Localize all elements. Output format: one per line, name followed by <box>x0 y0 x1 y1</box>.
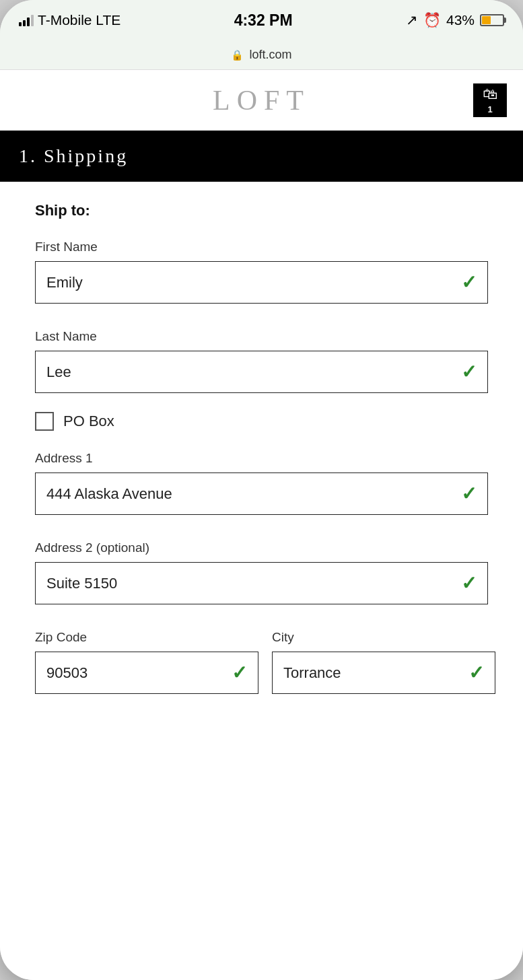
status-left: T-Mobile LTE <box>19 12 120 28</box>
app-header: LOFT 🛍 1 <box>0 70 523 131</box>
ship-to-label: Ship to: <box>35 202 488 219</box>
address1-input[interactable] <box>46 485 461 503</box>
city-check-icon: ✓ <box>468 662 484 684</box>
po-box-checkbox[interactable] <box>35 412 54 431</box>
last-name-label: Last Name <box>35 329 488 344</box>
last-name-input[interactable] <box>46 363 461 381</box>
shipping-header: 1. Shipping <box>0 131 523 182</box>
address1-check-icon: ✓ <box>461 483 477 505</box>
last-name-check-icon: ✓ <box>461 361 477 383</box>
zip-group: Zip Code ✓ <box>35 630 258 694</box>
address1-label: Address 1 <box>35 451 488 466</box>
first-name-label: First Name <box>35 240 488 254</box>
last-name-input-wrapper[interactable]: ✓ <box>35 351 488 393</box>
city-label: City <box>272 630 495 645</box>
url-bar: 🔒 loft.com <box>0 40 523 70</box>
status-bar: T-Mobile LTE 4:32 PM ↗ ⏰ 43% <box>0 0 523 40</box>
status-time: 4:32 PM <box>234 11 293 30</box>
lock-icon: 🔒 <box>231 49 244 61</box>
battery-percent: 43% <box>446 12 475 28</box>
zip-label: Zip Code <box>35 630 258 645</box>
alarm-icon: ⏰ <box>423 12 441 28</box>
cart-count: 1 <box>487 104 492 114</box>
address1-input-wrapper[interactable]: ✓ <box>35 473 488 515</box>
address2-check-icon: ✓ <box>461 572 477 594</box>
cart-icon: 🛍 <box>483 85 497 103</box>
content-area: LOFT 🛍 1 1. Shipping Ship to: First Name… <box>0 70 523 980</box>
phone-frame: T-Mobile LTE 4:32 PM ↗ ⏰ 43% 🔒 loft.com … <box>0 0 523 980</box>
first-name-group: First Name ✓ <box>35 240 488 304</box>
address2-input[interactable] <box>46 575 461 592</box>
address1-group: Address 1 ✓ <box>35 451 488 515</box>
shipping-title: 1. Shipping <box>19 145 128 166</box>
po-box-label: PO Box <box>63 413 114 430</box>
address2-group: Address 2 (optional) ✓ <box>35 540 488 604</box>
zip-input[interactable] <box>46 664 232 682</box>
first-name-check-icon: ✓ <box>461 271 477 293</box>
first-name-input[interactable] <box>46 274 461 291</box>
po-box-row: PO Box <box>35 412 488 431</box>
location-icon: ↗ <box>406 12 418 28</box>
status-right: ↗ ⏰ 43% <box>406 12 504 28</box>
url-text: loft.com <box>249 48 291 62</box>
zip-city-row: Zip Code ✓ City ✓ <box>35 630 488 713</box>
address2-label: Address 2 (optional) <box>35 540 488 555</box>
signal-bars <box>19 14 34 26</box>
battery-icon <box>480 14 504 26</box>
cart-button[interactable]: 🛍 1 <box>473 83 507 117</box>
address2-input-wrapper[interactable]: ✓ <box>35 562 488 604</box>
app-logo: LOFT <box>213 84 310 116</box>
form-area: Ship to: First Name ✓ Last Name ✓ <box>0 182 523 733</box>
city-group: City ✓ <box>272 630 495 694</box>
city-input-wrapper[interactable]: ✓ <box>272 652 495 694</box>
carrier-text: T-Mobile LTE <box>38 12 120 28</box>
first-name-input-wrapper[interactable]: ✓ <box>35 261 488 304</box>
zip-check-icon: ✓ <box>232 662 247 684</box>
battery-fill <box>482 16 491 24</box>
zip-input-wrapper[interactable]: ✓ <box>35 652 258 694</box>
last-name-group: Last Name ✓ <box>35 329 488 393</box>
city-input[interactable] <box>283 664 468 682</box>
